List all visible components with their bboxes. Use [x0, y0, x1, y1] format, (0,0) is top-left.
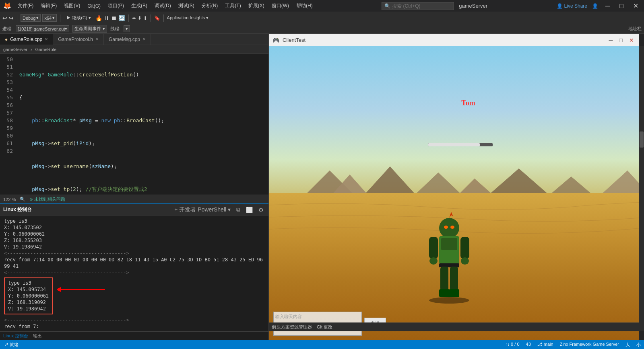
terminal-recv-2: recv from 7:	[4, 323, 264, 330]
settings-icon[interactable]: ⚙	[257, 207, 265, 213]
tab-close-icon-2[interactable]: ✕	[95, 37, 99, 41]
svg-point-26	[429, 297, 469, 304]
close-button[interactable]: ✕	[631, 2, 641, 10]
terminal-line-4: Z: 168.255203	[4, 237, 264, 244]
zoom-icon[interactable]: 🔍	[20, 197, 25, 202]
box-line-2: X: 145.095734	[8, 286, 49, 293]
tab-label-2: GameProtocol.h	[58, 37, 93, 42]
tab-output[interactable]: 输出	[33, 333, 42, 339]
live-share-btn[interactable]: 👤 Live Share	[557, 3, 587, 9]
terminal-section: Linux 控制台 + 开发者 PowerShell ▾ ⧉ ⬜ ⚙ type …	[0, 203, 268, 340]
tab-linux-console[interactable]: Linux 控制台	[3, 333, 28, 339]
process-dropdown[interactable]: [10218] gameServer.out ▾	[16, 25, 69, 32]
player-name: Tom	[461, 99, 475, 107]
tab-close-icon-3[interactable]: ✕	[142, 37, 146, 41]
tab-gamemsg-cpp[interactable]: GameMsg.cpp ✕	[104, 34, 151, 45]
menu-debug[interactable]: 调试(D)	[151, 1, 174, 11]
breadcrumb-project: gameServer	[3, 47, 27, 52]
chevron-down-icon: ▾	[36, 15, 39, 21]
terminal-annotated-block: type is3 X: 145.095734 Y: 0.060000062 Z:…	[4, 277, 264, 314]
search-box[interactable]: 🔍	[382, 2, 454, 10]
copy-icon[interactable]: ⧉	[235, 206, 242, 213]
tab-gameprotocol-h[interactable]: GameProtocol.h ✕	[53, 34, 104, 45]
no-issues-status: ⊙ 未找到相关问题	[29, 196, 65, 202]
status-git-branch[interactable]: ⎇ 就绪	[3, 342, 19, 348]
toolbar-separator-4	[151, 14, 151, 22]
menu-edit[interactable]: 编辑(E)	[37, 1, 60, 11]
terminal-header: Linux 控制台 + 开发者 PowerShell ▾ ⧉ ⬜ ⚙	[0, 204, 268, 216]
code-content[interactable]: GameMsg* GameRole::CreateSelfPostion() {…	[16, 54, 268, 195]
tab-modified-dot: ●	[5, 37, 8, 42]
menu-view[interactable]: 视图(V)	[61, 1, 83, 11]
terminal-recv-1: recv from 7:14 00 00 00 03 00 00 00 0D 8…	[4, 257, 264, 269]
menu-extensions[interactable]: 扩展(X)	[245, 1, 268, 11]
step-over-icon[interactable]: ⬌	[132, 15, 136, 21]
window-title: gameServer	[459, 3, 487, 9]
restart-button[interactable]: 🔄	[118, 15, 125, 21]
step-into-icon[interactable]: ⬇	[138, 15, 142, 21]
status-right: ↑↓ 0 / 0 43 ⎇ main Zinx Framework Game S…	[505, 342, 641, 348]
redo-icon[interactable]: ↪	[9, 15, 14, 21]
stop-button[interactable]: ⏹	[111, 15, 117, 21]
terminal-line-3: Y: 0.060000062	[4, 231, 264, 237]
character-svg	[417, 212, 481, 304]
tab-gamerole-cpp[interactable]: ● GameRole.cpp ✕	[0, 34, 53, 45]
solution-explorer-tab[interactable]: 解决方案资源管理器	[272, 324, 312, 330]
scrollbar-thumb[interactable]	[640, 131, 644, 148]
game-close-button[interactable]: ✕	[627, 37, 636, 43]
game-maximize-button[interactable]: □	[618, 37, 624, 43]
thread-dropdown[interactable]: ▾	[124, 25, 130, 32]
undo-icon[interactable]: ↩	[2, 15, 7, 21]
svg-rect-22	[440, 267, 448, 291]
editor-top: ● GameRole.cpp ✕ GameProtocol.h ✕ GameMs…	[0, 34, 268, 203]
tab-close-icon[interactable]: ✕	[45, 37, 48, 41]
bookmark-icon[interactable]: 🔖	[154, 15, 160, 21]
menu-window[interactable]: 窗口(W)	[268, 1, 292, 11]
hotreload-icon[interactable]: 🔥	[95, 15, 102, 21]
git-changes-tab[interactable]: Git 更改	[317, 324, 332, 330]
svg-point-13	[444, 226, 448, 229]
profile-icon[interactable]: 👤	[592, 3, 598, 9]
menu-tools[interactable]: 工具(T)	[222, 1, 244, 11]
red-arrow-svg	[57, 285, 109, 294]
run-button[interactable]: ▶ 继续(C) ▾	[64, 14, 93, 22]
title-bar-right: 👤 Live Share 👤 ─ □ ✕	[553, 2, 641, 10]
vertical-scrollbar[interactable]	[639, 46, 644, 331]
process-bar: 进程: [10218] gameServer.out ▾ 生命周期事件 ▾ 线程…	[0, 24, 644, 34]
step-out-icon[interactable]: ⬆	[143, 15, 147, 21]
chevron-down-icon-2: ▾	[52, 15, 55, 21]
red-arrow-annotation	[57, 285, 109, 294]
status-encoding2: 小	[636, 342, 641, 348]
pause-button[interactable]: ⏸	[104, 15, 109, 21]
menu-git[interactable]: Git(G)	[84, 2, 104, 10]
svg-rect-18	[460, 237, 469, 259]
breadcrumb-sep: ›	[31, 47, 32, 52]
maximize-button[interactable]: □	[617, 2, 626, 10]
menu-help[interactable]: 帮助(H)	[293, 1, 316, 11]
menu-file[interactable]: 文件(F)	[14, 1, 37, 11]
svg-point-20	[461, 257, 469, 265]
process-name: [10218] gameServer.out	[18, 27, 65, 31]
svg-rect-25	[449, 289, 459, 297]
toolbar-separator-3	[128, 14, 129, 22]
event-dropdown[interactable]: 生命周期事件 ▾	[72, 25, 107, 33]
game-minimize-button[interactable]: ─	[607, 37, 615, 43]
status-line-col: 43	[526, 342, 531, 348]
app-insights-btn[interactable]: Application Insights ▾	[167, 15, 209, 21]
terminal-line-2: X: 145.073502	[4, 224, 264, 231]
split-icon[interactable]: ⬜	[244, 207, 254, 213]
new-terminal-btn[interactable]: + 开发者 PowerShell ▾	[173, 206, 232, 214]
svg-marker-12	[449, 212, 453, 218]
menu-analyze[interactable]: 分析(N)	[198, 1, 221, 11]
search-icon: 🔍	[384, 3, 390, 9]
menu-test[interactable]: 测试(S)	[175, 1, 198, 11]
menu-project[interactable]: 项目(P)	[105, 1, 127, 11]
arch-dropdown[interactable]: x64 ▾	[42, 14, 57, 22]
search-input[interactable]	[392, 3, 448, 9]
game-panel: 🎮 ClientTest ─ □ ✕	[269, 34, 644, 340]
debug-config-dropdown[interactable]: Debug ▾	[21, 14, 41, 22]
minimize-button[interactable]: ─	[603, 2, 612, 10]
editor-status: 122 % 🔍 ⊙ 未找到相关问题	[0, 195, 268, 203]
menu-build[interactable]: 生成(B)	[128, 1, 151, 11]
editor-column: ● GameRole.cpp ✕ GameProtocol.h ✕ GameMs…	[0, 34, 269, 340]
